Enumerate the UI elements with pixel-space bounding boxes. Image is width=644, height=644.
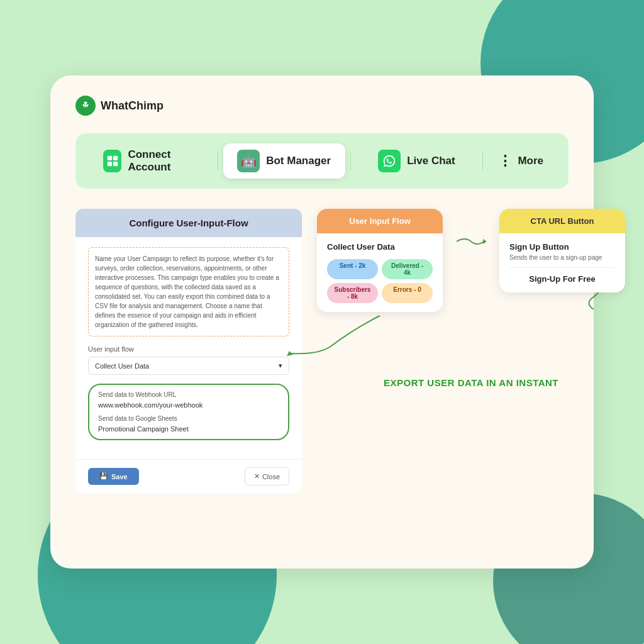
right-side: 🐵 User Input Flow Collect User Data Sent… (317, 209, 625, 388)
nav-item-bot-manager[interactable]: 🤖 Bot Manager (223, 143, 345, 179)
user-input-flow-card: User Input Flow Collect User Data Sent -… (317, 209, 443, 312)
save-button[interactable]: 💾 Save (88, 468, 139, 485)
export-label: EXPORT USER DATA IN AN INSTANT (317, 377, 625, 388)
logo-icon (75, 96, 96, 116)
sheets-label: Send data to Google Sheets (98, 415, 279, 422)
nav-divider-2 (350, 152, 351, 170)
svg-point-1 (82, 103, 85, 104)
bot-manager-icon: 🤖 (237, 150, 260, 172)
svg-point-3 (84, 104, 85, 105)
bot-manager-label: Bot Manager (266, 155, 331, 167)
stats-grid: Sent - 2k Delivered - 4k Subscribers - 8… (327, 259, 433, 303)
cta-card-header: CTA URL Button (499, 209, 625, 233)
stat-sent: Sent - 2k (327, 259, 378, 279)
cta-link[interactable]: Sign-Up For Free (509, 274, 615, 284)
svg-rect-5 (107, 156, 111, 160)
more-label: More (518, 155, 543, 167)
close-icon: ✕ (254, 472, 260, 480)
cta-section-title: Sign Up Button (509, 242, 615, 252)
nav-bar: Connect Account 🤖 Bot Manager Live Chat … (75, 133, 569, 189)
cta-card-body: Sign Up Button Sends the user to a sign-… (499, 233, 625, 292)
svg-point-2 (87, 103, 89, 104)
webhook-value: www.webhook.com/your-webhook (98, 401, 279, 409)
flow-card-header-text: User Input Flow (349, 216, 411, 226)
configure-body: Name your User Campaign to reflect its p… (75, 237, 302, 459)
configure-title: Configure User-Input-Flow (129, 218, 248, 228)
logo-text: WhatChimp (101, 99, 164, 113)
save-icon: 💾 (99, 472, 108, 480)
cta-divider (509, 267, 615, 268)
webhook-sheets-section: Send data to Webhook URL www.webhook.com… (88, 384, 289, 440)
svg-marker-9 (483, 239, 487, 244)
flow-card-header: User Input Flow (317, 209, 443, 233)
configure-header: Configure User-Input-Flow (75, 209, 302, 237)
annotation-area (317, 322, 625, 360)
more-dots-icon: ⋮ (498, 153, 513, 169)
cta-card-header-text: CTA URL Button (531, 216, 594, 226)
live-chat-icon (378, 150, 401, 172)
svg-rect-7 (107, 162, 111, 166)
cta-url-button-card: CTA URL Button Sign Up Button Sends the … (499, 209, 625, 292)
user-input-flow-value: Collect User Data (95, 362, 149, 370)
sheets-value: Promotional Campaign Sheet (98, 425, 279, 433)
live-chat-label: Live Chat (407, 155, 455, 167)
cta-section-desc: Sends the user to a sign-up page (509, 254, 615, 261)
flow-arrow-right (455, 234, 487, 249)
nav-item-connect-account[interactable]: Connect Account (91, 142, 213, 180)
save-label: Save (111, 473, 128, 480)
stat-subscribers: Subscribers - 8k (327, 283, 378, 303)
nav-divider-3 (482, 152, 483, 170)
svg-point-4 (86, 104, 87, 105)
configure-description: Name your User Campaign to reflect its p… (88, 247, 289, 336)
user-input-flow-label: User input flow (88, 345, 289, 353)
connect-account-label: Connect Account (128, 148, 199, 174)
configure-footer: 💾 Save ✕ Close (75, 459, 302, 493)
stat-errors: Errors - 0 (382, 283, 433, 303)
configure-panel: Configure User-Input-Flow Name your User… (75, 209, 302, 493)
svg-point-0 (83, 102, 89, 108)
svg-rect-8 (113, 162, 118, 166)
close-label: Close (262, 473, 280, 480)
connect-account-icon (103, 150, 121, 172)
close-button[interactable]: ✕ Close (245, 467, 289, 486)
chevron-down-icon: ▾ (279, 362, 282, 370)
nav-item-live-chat[interactable]: Live Chat (356, 143, 478, 179)
webhook-label: Send data to Webhook URL (98, 391, 279, 398)
logo-area: WhatChimp (75, 96, 569, 116)
svg-rect-6 (113, 156, 118, 160)
nav-item-more[interactable]: ⋮ More (488, 147, 553, 175)
main-card: WhatChimp Connect Account 🤖 Bot Manager (50, 75, 594, 569)
flow-card-title: Collect User Data (327, 242, 433, 252)
flow-card-body: Collect User Data Sent - 2k Delivered - … (317, 233, 443, 312)
user-input-flow-select[interactable]: Collect User Data ▾ (88, 357, 289, 375)
stat-delivered: Delivered - 4k (382, 259, 433, 279)
nav-divider-1 (218, 152, 218, 170)
content-area: Configure User-Input-Flow Name your User… (75, 209, 569, 493)
flow-cards-row: User Input Flow Collect User Data Sent -… (317, 209, 625, 312)
